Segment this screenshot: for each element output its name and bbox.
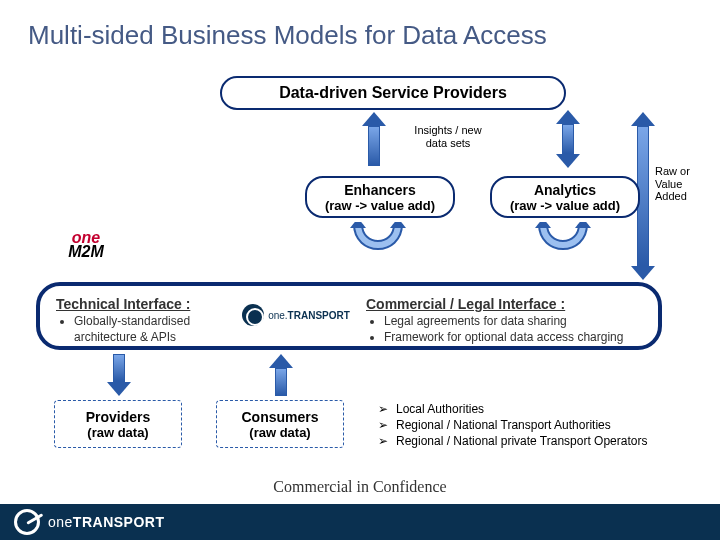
box-consumers-title: Consumers xyxy=(241,409,318,425)
box-enhancers: Enhancers (raw -> value add) xyxy=(305,176,455,218)
box-consumers-sub: (raw data) xyxy=(249,425,310,440)
box-enhancers-title: Enhancers xyxy=(344,182,416,198)
box-providers: Providers (raw data) xyxy=(54,400,182,448)
heading-commercial-interface: Commercial / Legal Interface : xyxy=(366,296,642,312)
footer-brand: oneTRANSPORT xyxy=(48,514,164,530)
box-service-providers-label: Data-driven Service Providers xyxy=(279,84,507,102)
stakeholder-list: ➢ Local Authorities ➢ Regional / Nationa… xyxy=(378,402,688,450)
svg-marker-1 xyxy=(390,222,406,228)
arrow-consumers-up-icon xyxy=(269,354,293,396)
chevron-icon: ➢ xyxy=(378,434,388,448)
commercial-item: Legal agreements for data sharing xyxy=(384,314,642,330)
commercial-list: Legal agreements for data sharing Framew… xyxy=(366,314,642,345)
box-consumers: Consumers (raw data) xyxy=(216,400,344,448)
logo-onem2m: one M2M xyxy=(44,222,128,268)
box-analytics-title: Analytics xyxy=(534,182,596,198)
svg-marker-3 xyxy=(575,222,591,228)
svg-marker-0 xyxy=(350,222,366,228)
label-raw-value-added: Raw or Value Added xyxy=(655,165,707,203)
onetransport-ring-icon xyxy=(242,304,264,326)
list-item: ➢ Local Authorities xyxy=(378,402,688,416)
onetransport-wordmark: one.TRANSPORT xyxy=(268,310,350,321)
svg-marker-2 xyxy=(535,222,551,228)
page-title: Multi-sided Business Models for Data Acc… xyxy=(28,20,547,51)
list-item: ➢ Regional / National private Transport … xyxy=(378,434,688,448)
box-service-providers: Data-driven Service Providers xyxy=(220,76,566,110)
onetransport-ring-icon xyxy=(14,509,40,535)
box-enhancers-sub: (raw -> value add) xyxy=(325,198,435,213)
heading-technical-interface: Technical Interface : xyxy=(56,296,226,312)
list-item: ➢ Regional / National Transport Authorit… xyxy=(378,418,688,432)
arrow-enhancers-up-icon xyxy=(362,112,386,166)
arrow-providers-down-icon xyxy=(107,354,131,396)
confidential-notice: Commercial in Confidence xyxy=(273,478,446,496)
tech-item: Globally-standardised architecture & API… xyxy=(74,314,226,345)
slide: { "title": "Multi-sided Business Models … xyxy=(0,0,720,540)
chevron-icon: ➢ xyxy=(378,418,388,432)
commercial-item: Framework for optional data access charg… xyxy=(384,330,642,346)
arrow-analytics-updown-icon xyxy=(556,110,580,168)
box-analytics-sub: (raw -> value add) xyxy=(510,198,620,213)
tech-list: Globally-standardised architecture & API… xyxy=(56,314,226,345)
chevron-icon: ➢ xyxy=(378,402,388,416)
box-providers-sub: (raw data) xyxy=(87,425,148,440)
arrow-analytics-uturn-icon xyxy=(528,222,598,262)
interface-panel: Technical Interface : Globally-standardi… xyxy=(36,282,662,350)
box-analytics: Analytics (raw -> value add) xyxy=(490,176,640,218)
logo-onetransport-small: one.TRANSPORT xyxy=(242,304,350,326)
footer-bar: oneTRANSPORT xyxy=(0,504,720,540)
arrow-enhancers-uturn-icon xyxy=(343,222,413,262)
label-insights: Insights / new data sets xyxy=(403,124,493,149)
box-providers-title: Providers xyxy=(86,409,151,425)
